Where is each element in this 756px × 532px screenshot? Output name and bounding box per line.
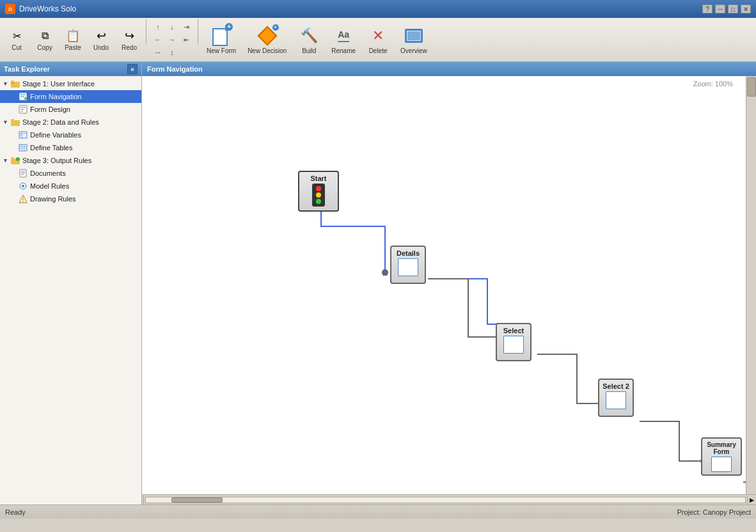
select2-node[interactable]: Select 2 [598, 379, 634, 417]
tree-item-form-nav[interactable]: Form Navigation [0, 90, 141, 103]
statusbar: Ready Project: Canopy Project [0, 505, 756, 519]
select-node-box: Select [496, 323, 532, 361]
yellow-light [316, 192, 321, 198]
cut-button[interactable]: ✂ Cut [3, 26, 31, 53]
canvas-title: Form Navigation [147, 65, 203, 73]
documents-icon [18, 168, 28, 178]
toolbar-separator-2 [198, 19, 198, 45]
help-button[interactable]: ? [702, 4, 713, 13]
tree-item-define-vars[interactable]: Σ Define Variables [0, 129, 141, 141]
close-button[interactable]: ✕ [741, 4, 751, 13]
start-node-box: Start [298, 171, 339, 212]
new-form-label: New Form [207, 47, 236, 54]
main-toolbar-group: + New Form + New Decision 🔨 [201, 19, 433, 60]
toolbar: ✂ Cut ⧉ Copy 📋 Paste ↩ Undo ↪ Redo [0, 18, 756, 62]
build-label: Build [302, 47, 316, 54]
new-decision-button[interactable]: + New Decision [242, 22, 292, 58]
green-light [316, 199, 321, 204]
sidebar-collapse-button[interactable]: « [127, 64, 138, 74]
tree-item-stage2[interactable]: ▼ Stage 2: Data and Rules [0, 116, 141, 129]
select2-node-box: Select 2 [598, 379, 634, 417]
tree-item-form-design[interactable]: Form Design [0, 103, 141, 116]
build-icon: 🔨 [299, 26, 319, 46]
summary-label: SummaryForm [707, 441, 736, 455]
tree-item-stage3[interactable]: ▼ → Stage 3: Output Rules [0, 154, 141, 167]
restore-button[interactable]: □ [728, 4, 738, 13]
sidebar: Task Explorer « ▼ Stage 1: User Interfac… [0, 62, 142, 505]
summary-node[interactable]: SummaryForm [701, 437, 742, 476]
canvas-horizontal-scrollbar[interactable]: ▶ [142, 494, 756, 505]
svg-rect-19 [19, 145, 27, 151]
delete-label: Delete [369, 47, 388, 54]
select-node[interactable]: Select [496, 323, 532, 361]
start-icon-area [306, 184, 331, 207]
minimize-button[interactable]: ─ [715, 4, 725, 13]
undo-button[interactable]: ↩ Undo [87, 26, 115, 53]
tree-item-documents[interactable]: Documents [0, 167, 141, 180]
stage1-label: Stage 1: User Interface [22, 80, 95, 88]
tree-item-stage1[interactable]: ▼ Stage 1: User Interface [0, 77, 141, 90]
align-btn-8[interactable]: ↕ [166, 47, 178, 58]
svg-text:Σ: Σ [20, 133, 22, 137]
redo-icon: ↪ [122, 28, 137, 43]
delete-button[interactable]: ✕ Delete [361, 22, 395, 58]
traffic-light-icon [312, 184, 325, 207]
align-btn-5[interactable]: → [166, 34, 178, 45]
sidebar-header: Task Explorer « [0, 62, 141, 76]
svg-rect-4 [11, 81, 14, 82]
details-node[interactable]: Details [390, 246, 426, 284]
undo-icon: ↩ [93, 28, 109, 43]
paste-button[interactable]: 📋 Paste [59, 26, 87, 53]
overview-label: Overview [400, 47, 427, 54]
align-btn-2[interactable]: ↓ [166, 21, 178, 33]
summary-node-box: SummaryForm [701, 437, 742, 476]
align-btn-6[interactable]: ⇤ [180, 34, 193, 45]
copy-button[interactable]: ⧉ Copy [31, 26, 59, 53]
form-nav-label: Form Navigation [30, 93, 82, 100]
form-nav-icon [18, 91, 28, 102]
model-rules-label: Model Rules [30, 182, 69, 190]
model-rules-icon [18, 181, 28, 191]
build-button[interactable]: 🔨 Build [292, 22, 326, 58]
toolbar-separator-1 [146, 19, 146, 45]
titlebar: D DriveWorks Solo ? ─ □ ✕ [0, 0, 756, 18]
expand-icon: ▼ [3, 81, 10, 87]
form-design-label: Form Design [30, 106, 70, 113]
vars-icon: Σ [18, 130, 28, 140]
undo-label: Undo [93, 44, 109, 51]
documents-label: Documents [30, 169, 66, 177]
align-btn-7[interactable]: ↔ [152, 47, 164, 58]
canvas-vertical-scrollbar[interactable] [746, 76, 756, 494]
svg-point-42 [382, 269, 388, 276]
expand-icon-2: ▼ [3, 119, 10, 125]
sidebar-title: Task Explorer [4, 65, 50, 73]
app-icon: D [5, 4, 15, 14]
start-node[interactable]: Start [298, 171, 339, 212]
tree-item-define-tables[interactable]: Define Tables [0, 141, 141, 154]
svg-text:→: → [17, 158, 20, 162]
align-btn-3[interactable]: ⇥ [180, 21, 193, 33]
tree-item-model-rules[interactable]: Model Rules [0, 180, 141, 192]
edit-toolbar-group: ✂ Cut ⧉ Copy 📋 Paste ↩ Undo ↪ Redo [3, 19, 143, 60]
connections-svg [142, 76, 746, 494]
details-label: Details [397, 249, 420, 257]
new-form-button[interactable]: + New Form [201, 22, 242, 58]
overview-button[interactable]: Overview [395, 22, 433, 58]
canvas-area: Form Navigation Zoom: 100% [142, 62, 756, 505]
canvas-content[interactable]: Zoom: 100% [142, 76, 746, 494]
define-tables-label: Define Tables [30, 144, 72, 152]
align-btn-1[interactable]: ↑ [152, 21, 164, 33]
alignment-buttons: ↑ ↓ ⇥ ← → ⇤ ↔ ↕ [149, 19, 195, 60]
paste-label: Paste [65, 44, 81, 51]
align-btn-4[interactable]: ← [152, 34, 164, 45]
new-form-icon: + [211, 26, 232, 46]
start-label: Start [310, 175, 326, 182]
tree-item-drawing-rules[interactable]: Drawing Rules [0, 192, 141, 205]
rename-button[interactable]: Aa Rename [326, 22, 361, 58]
form-design-icon [18, 104, 28, 114]
select2-label: Select 2 [602, 382, 629, 390]
new-decision-icon: + [257, 26, 278, 46]
drawing-rules-icon [18, 194, 28, 204]
svg-rect-14 [11, 119, 14, 121]
redo-button[interactable]: ↪ Redo [115, 26, 143, 53]
